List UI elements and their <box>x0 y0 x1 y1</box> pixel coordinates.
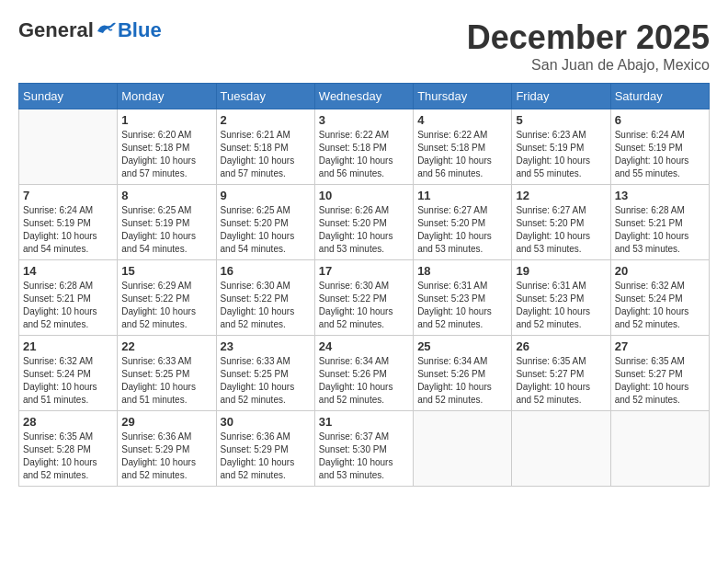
day-number: 24 <box>319 339 409 353</box>
day-number: 20 <box>615 264 705 278</box>
calendar-cell: 7Sunrise: 6:24 AM Sunset: 5:19 PM Daylig… <box>19 185 118 260</box>
day-info: Sunrise: 6:32 AM Sunset: 5:24 PM Dayligh… <box>23 355 113 407</box>
calendar-cell: 16Sunrise: 6:30 AM Sunset: 5:22 PM Dayli… <box>216 260 314 336</box>
day-header-monday: Monday <box>118 84 216 109</box>
month-title: December 2025 <box>467 18 710 57</box>
calendar-cell: 28Sunrise: 6:35 AM Sunset: 5:28 PM Dayli… <box>19 411 118 487</box>
day-info: Sunrise: 6:25 AM Sunset: 5:20 PM Dayligh… <box>221 204 311 256</box>
calendar-cell: 25Sunrise: 6:34 AM Sunset: 5:26 PM Dayli… <box>414 336 512 411</box>
calendar-cell: 8Sunrise: 6:25 AM Sunset: 5:19 PM Daylig… <box>118 185 216 260</box>
calendar-cell: 15Sunrise: 6:29 AM Sunset: 5:22 PM Dayli… <box>118 260 216 336</box>
day-info: Sunrise: 6:27 AM Sunset: 5:20 PM Dayligh… <box>417 204 507 256</box>
day-number: 4 <box>417 113 507 127</box>
day-info: Sunrise: 6:28 AM Sunset: 5:21 PM Dayligh… <box>615 204 705 256</box>
calendar-cell: 19Sunrise: 6:31 AM Sunset: 5:23 PM Dayli… <box>512 260 610 336</box>
location: San Juan de Abajo, Mexico <box>467 57 710 74</box>
logo-bird-icon <box>96 22 116 39</box>
calendar-header: SundayMondayTuesdayWednesdayThursdayFrid… <box>19 84 710 109</box>
day-info: Sunrise: 6:29 AM Sunset: 5:22 PM Dayligh… <box>121 280 211 331</box>
page-header: General Blue December 2025 San Juan de A… <box>18 18 710 74</box>
day-number: 12 <box>516 189 606 202</box>
day-info: Sunrise: 6:36 AM Sunset: 5:29 PM Dayligh… <box>221 431 311 482</box>
day-number: 21 <box>23 339 113 353</box>
day-header-tuesday: Tuesday <box>216 84 314 109</box>
day-number: 23 <box>221 339 311 353</box>
calendar-cell: 29Sunrise: 6:36 AM Sunset: 5:29 PM Dayli… <box>118 411 216 487</box>
calendar-cell: 22Sunrise: 6:33 AM Sunset: 5:25 PM Dayli… <box>118 336 216 411</box>
day-info: Sunrise: 6:22 AM Sunset: 5:18 PM Dayligh… <box>417 129 507 180</box>
day-number: 9 <box>221 189 311 202</box>
day-number: 16 <box>221 264 311 278</box>
day-number: 13 <box>615 189 705 202</box>
day-info: Sunrise: 6:33 AM Sunset: 5:25 PM Dayligh… <box>221 355 311 407</box>
day-info: Sunrise: 6:26 AM Sunset: 5:20 PM Dayligh… <box>319 204 409 256</box>
day-number: 28 <box>23 415 113 429</box>
title-block: December 2025 San Juan de Abajo, Mexico <box>467 18 710 74</box>
calendar-cell <box>19 109 118 185</box>
day-info: Sunrise: 6:32 AM Sunset: 5:24 PM Dayligh… <box>615 280 705 331</box>
day-number: 10 <box>319 189 409 202</box>
day-header-wednesday: Wednesday <box>314 84 413 109</box>
day-info: Sunrise: 6:34 AM Sunset: 5:26 PM Dayligh… <box>319 355 409 407</box>
calendar-cell: 13Sunrise: 6:28 AM Sunset: 5:21 PM Dayli… <box>610 185 709 260</box>
calendar-cell: 27Sunrise: 6:35 AM Sunset: 5:27 PM Dayli… <box>610 336 709 411</box>
calendar-cell: 31Sunrise: 6:37 AM Sunset: 5:30 PM Dayli… <box>314 411 413 487</box>
day-number: 27 <box>615 339 705 353</box>
calendar-cell: 20Sunrise: 6:32 AM Sunset: 5:24 PM Dayli… <box>610 260 709 336</box>
calendar-table: SundayMondayTuesdayWednesdayThursdayFrid… <box>18 83 710 487</box>
day-info: Sunrise: 6:37 AM Sunset: 5:30 PM Dayligh… <box>319 431 409 482</box>
day-info: Sunrise: 6:30 AM Sunset: 5:22 PM Dayligh… <box>221 280 311 331</box>
calendar-cell <box>610 411 709 487</box>
day-info: Sunrise: 6:23 AM Sunset: 5:19 PM Dayligh… <box>516 129 606 180</box>
day-number: 14 <box>23 264 113 278</box>
day-info: Sunrise: 6:24 AM Sunset: 5:19 PM Dayligh… <box>615 129 705 180</box>
day-number: 31 <box>319 415 409 429</box>
calendar-cell: 24Sunrise: 6:34 AM Sunset: 5:26 PM Dayli… <box>314 336 413 411</box>
calendar-cell: 30Sunrise: 6:36 AM Sunset: 5:29 PM Dayli… <box>216 411 314 487</box>
day-number: 2 <box>221 113 311 127</box>
day-info: Sunrise: 6:22 AM Sunset: 5:18 PM Dayligh… <box>319 129 409 180</box>
day-info: Sunrise: 6:28 AM Sunset: 5:21 PM Dayligh… <box>23 280 113 331</box>
logo-general: General <box>18 18 94 42</box>
day-header-friday: Friday <box>512 84 610 109</box>
day-header-saturday: Saturday <box>610 84 709 109</box>
day-info: Sunrise: 6:24 AM Sunset: 5:19 PM Dayligh… <box>23 204 113 256</box>
calendar-cell: 17Sunrise: 6:30 AM Sunset: 5:22 PM Dayli… <box>314 260 413 336</box>
day-info: Sunrise: 6:35 AM Sunset: 5:27 PM Dayligh… <box>516 355 606 407</box>
day-info: Sunrise: 6:35 AM Sunset: 5:28 PM Dayligh… <box>23 431 113 482</box>
calendar-cell: 9Sunrise: 6:25 AM Sunset: 5:20 PM Daylig… <box>216 185 314 260</box>
day-info: Sunrise: 6:34 AM Sunset: 5:26 PM Dayligh… <box>417 355 507 407</box>
day-number: 18 <box>417 264 507 278</box>
logo: General Blue <box>18 18 162 42</box>
calendar-cell <box>414 411 512 487</box>
calendar-cell: 1Sunrise: 6:20 AM Sunset: 5:18 PM Daylig… <box>118 109 216 185</box>
calendar-cell: 5Sunrise: 6:23 AM Sunset: 5:19 PM Daylig… <box>512 109 610 185</box>
day-info: Sunrise: 6:27 AM Sunset: 5:20 PM Dayligh… <box>516 204 606 256</box>
calendar-cell: 4Sunrise: 6:22 AM Sunset: 5:18 PM Daylig… <box>414 109 512 185</box>
day-number: 22 <box>121 339 211 353</box>
calendar-cell: 18Sunrise: 6:31 AM Sunset: 5:23 PM Dayli… <box>414 260 512 336</box>
day-number: 7 <box>23 189 113 202</box>
calendar-cell: 23Sunrise: 6:33 AM Sunset: 5:25 PM Dayli… <box>216 336 314 411</box>
calendar-cell: 6Sunrise: 6:24 AM Sunset: 5:19 PM Daylig… <box>610 109 709 185</box>
day-info: Sunrise: 6:31 AM Sunset: 5:23 PM Dayligh… <box>516 280 606 331</box>
day-number: 3 <box>319 113 409 127</box>
calendar-cell: 26Sunrise: 6:35 AM Sunset: 5:27 PM Dayli… <box>512 336 610 411</box>
day-number: 1 <box>121 113 211 127</box>
day-info: Sunrise: 6:35 AM Sunset: 5:27 PM Dayligh… <box>615 355 705 407</box>
calendar-cell: 10Sunrise: 6:26 AM Sunset: 5:20 PM Dayli… <box>314 185 413 260</box>
day-info: Sunrise: 6:25 AM Sunset: 5:19 PM Dayligh… <box>121 204 211 256</box>
calendar-cell <box>512 411 610 487</box>
calendar-cell: 3Sunrise: 6:22 AM Sunset: 5:18 PM Daylig… <box>314 109 413 185</box>
calendar-cell: 2Sunrise: 6:21 AM Sunset: 5:18 PM Daylig… <box>216 109 314 185</box>
calendar-cell: 12Sunrise: 6:27 AM Sunset: 5:20 PM Dayli… <box>512 185 610 260</box>
day-info: Sunrise: 6:20 AM Sunset: 5:18 PM Dayligh… <box>121 129 211 180</box>
day-number: 5 <box>516 113 606 127</box>
day-header-thursday: Thursday <box>414 84 512 109</box>
day-info: Sunrise: 6:21 AM Sunset: 5:18 PM Dayligh… <box>221 129 311 180</box>
day-number: 15 <box>121 264 211 278</box>
day-number: 29 <box>121 415 211 429</box>
day-number: 26 <box>516 339 606 353</box>
logo-blue: Blue <box>118 18 162 42</box>
day-number: 17 <box>319 264 409 278</box>
